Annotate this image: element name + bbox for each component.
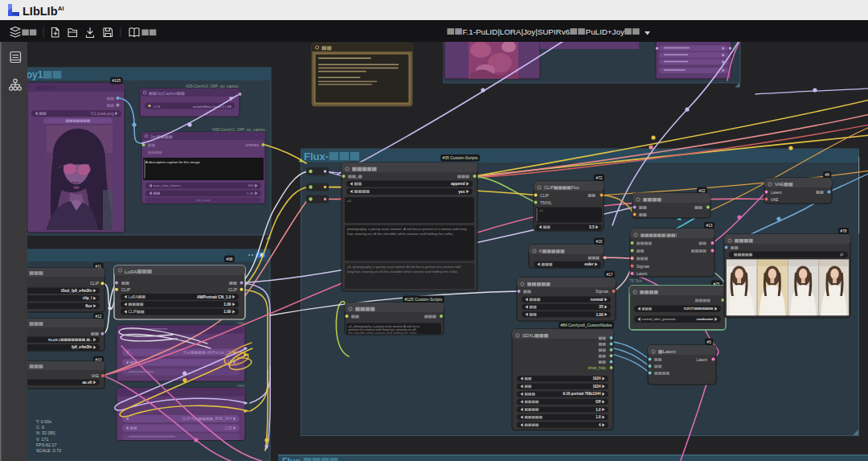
svg-text:show_help: show_help bbox=[588, 366, 607, 370]
svg-text:#17: #17 bbox=[607, 273, 613, 277]
svg-text:300: 300 bbox=[248, 183, 254, 187]
svg-text:VAE: VAE bbox=[91, 373, 99, 378]
svg-text:#84 Comfyroll_CustomNodes: #84 Comfyroll_CustomNodes bbox=[561, 323, 612, 327]
svg-text:SDXL: SDXL bbox=[522, 333, 535, 338]
svg-text:Latent: Latent bbox=[663, 349, 677, 354]
svg-text:Off: Off bbox=[596, 400, 601, 404]
svg-text:C: 0: C: 0 bbox=[36, 425, 44, 430]
svg-text:#16: #16 bbox=[596, 240, 603, 244]
svg-text:75.7k/s: 75.7k/s bbox=[629, 279, 642, 283]
svg-text:1.00: 1.00 bbox=[223, 310, 231, 314]
svg-text:): ) bbox=[675, 233, 677, 237]
svg-text:CLIP: CLIP bbox=[228, 287, 238, 292]
svg-text:VAE: VAE bbox=[775, 182, 784, 187]
svg-text:a1,: a1, bbox=[347, 199, 352, 203]
svg-text:clip_l: clip_l bbox=[83, 296, 92, 300]
svg-text:1.00: 1.00 bbox=[223, 303, 231, 307]
svg-text:#13: #13 bbox=[706, 224, 713, 228]
svg-text:FPS:62.17: FPS:62.17 bbox=[36, 442, 56, 447]
svg-text:VAE: VAE bbox=[771, 198, 779, 202]
svg-text:JoyCaption: JoyCaption bbox=[157, 91, 177, 96]
svg-text:a1, photography, a young asian: a1, photography, a young asian woman A s… bbox=[347, 265, 461, 269]
svg-text:LIbLIb: LIbLIb bbox=[23, 5, 58, 18]
svg-text:F.1-PuLID|LORA|Joy|SUPIRv6: F.1-PuLID|LORA|Joy|SUPIRv6 bbox=[463, 27, 571, 36]
svg-text:Sigmas: Sigmas bbox=[637, 265, 650, 269]
svg-text:SCALE: 0.72: SCALE: 0.72 bbox=[36, 448, 61, 453]
svg-text:append: append bbox=[451, 182, 465, 186]
svg-text:LLM: LLM bbox=[154, 105, 161, 109]
svg-text:max_new_tokens: max_new_tokens bbox=[154, 183, 182, 187]
svg-text:A descriptive caption for this: A descriptive caption for this image bbox=[145, 160, 200, 164]
svg-text:normal: normal bbox=[591, 298, 604, 302]
svg-text:CLIP: CLIP bbox=[540, 194, 549, 198]
svg-text:9:16 portrait 768x1344: 9:16 portrait 768x1344 bbox=[563, 392, 601, 396]
svg-text:the-shoulder white sweater and: the-shoulder white sweater and holding h… bbox=[349, 331, 418, 335]
svg-text:1.0: 1.0 bbox=[596, 415, 601, 419]
svg-text:1.35: 1.35 bbox=[225, 426, 232, 430]
svg-text:T5XXL: T5XXL bbox=[540, 201, 552, 205]
svg-text:PuLID+Joy: PuLID+Joy bbox=[586, 27, 624, 36]
svg-text:3.5: 3.5 bbox=[589, 225, 595, 229]
svg-text:randomize: randomize bbox=[697, 317, 714, 321]
svg-text:K95-ComfyUI_CRP_joy_caption: K95-ComfyUI_CRP_joy_caption bbox=[212, 128, 265, 132]
svg-text:T: 0.00s: T: 0.00s bbox=[36, 419, 51, 424]
svg-text:unsloth/Meta-Llama-3.1-8B: unsloth/Meta-Llama-3.1-8B bbox=[193, 105, 232, 109]
svg-text:Flux-: Flux- bbox=[282, 456, 304, 461]
svg-text:#102: #102 bbox=[236, 384, 244, 388]
svg-text:photography, a young asian wom: photography, a young asian woman. A soft… bbox=[347, 227, 467, 231]
svg-text:Latent: Latent bbox=[697, 358, 708, 362]
svg-text:Flux: Flux bbox=[571, 185, 579, 190]
svg-text:1024: 1024 bbox=[593, 377, 602, 381]
svg-text:(: ( bbox=[665, 233, 667, 237]
svg-text:#72: #72 bbox=[596, 176, 603, 180]
svg-text:AWPortrait CN_1.0: AWPortrait CN_1.0 bbox=[197, 295, 231, 299]
svg-text:1024: 1024 bbox=[593, 385, 602, 389]
svg-text:V: 171: V: 171 bbox=[36, 437, 48, 442]
svg-text:control_after_generate: control_after_generate bbox=[642, 317, 677, 321]
svg-text:Latent: Latent bbox=[637, 272, 648, 276]
svg-text:#105: #105 bbox=[113, 79, 121, 83]
svg-text:euler: euler bbox=[584, 262, 593, 266]
svg-text:#22: #22 bbox=[699, 189, 706, 193]
svg-text:ae.sft: ae.sft bbox=[83, 381, 92, 385]
svg-text:flux: flux bbox=[85, 304, 92, 308]
svg-text:pl: pl bbox=[840, 253, 843, 257]
svg-text:LoRA: LoRA bbox=[125, 269, 137, 274]
svg-text:1.00: 1.00 bbox=[596, 313, 604, 317]
svg-text:#8: #8 bbox=[825, 173, 830, 177]
svg-text:LoRA: LoRA bbox=[129, 295, 139, 299]
svg-text:-AWPortrait_CN: -AWPortrait_CN bbox=[206, 351, 232, 355]
svg-text:AI: AI bbox=[58, 5, 64, 12]
svg-text:1.35: 1.35 bbox=[247, 191, 254, 196]
svg-text:CLIP: CLIP bbox=[129, 310, 137, 314]
svg-text:_: _ bbox=[355, 174, 358, 179]
svg-text:Latent: Latent bbox=[771, 191, 782, 195]
svg-text:#35 Custom-Scripts: #35 Custom-Scripts bbox=[443, 155, 478, 160]
svg-text:a1,: a1, bbox=[539, 208, 543, 212]
svg-text:K95-ComfyUI_CRP_joy_caption: K95-ComfyUI_CRP_joy_caption bbox=[186, 84, 239, 88]
svg-text:fp8_e4m3fn: fp8_e4m3fn bbox=[72, 345, 92, 349]
svg-text:K: K bbox=[539, 249, 542, 253]
svg-text:N: 32 [95]: N: 32 [95] bbox=[36, 430, 55, 435]
svg-text:Flux-: Flux- bbox=[304, 150, 329, 163]
svg-text:F.1.1redu.png: F.1.1redu.png bbox=[91, 112, 114, 116]
svg-text:1.0: 1.0 bbox=[596, 408, 601, 412]
svg-text:t5xxl_fp8_e4m3fn: t5xxl_fp8_e4m3fn bbox=[61, 289, 92, 293]
svg-text:#5: #5 bbox=[707, 340, 712, 344]
svg-text:1121774696924836: 1121774696924836 bbox=[683, 307, 714, 311]
svg-text:_BNB_NF4: _BNB_NF4 bbox=[212, 417, 232, 421]
svg-text:long hair, wearing an off-the-: long hair, wearing an off-the-shoulder w… bbox=[347, 270, 458, 274]
svg-text:hair, wearing an off-the-shoul: hair, wearing an off-the-shoulder white … bbox=[347, 232, 453, 236]
svg-text:..: .. bbox=[90, 338, 92, 342]
svg-text:yes: yes bbox=[458, 190, 465, 194]
svg-text:low_vram: low_vram bbox=[196, 198, 211, 202]
svg-text:CLIP: CLIP bbox=[121, 287, 131, 292]
svg-text:35: 35 bbox=[599, 305, 604, 309]
svg-text:#98: #98 bbox=[227, 257, 233, 261]
svg-text:Flux: Flux bbox=[184, 351, 191, 355]
svg-text:CLIP: CLIP bbox=[544, 185, 554, 190]
svg-text:STRING: STRING bbox=[245, 143, 259, 147]
svg-text:FLUX.1: FLUX.1 bbox=[48, 338, 61, 342]
svg-text:CLIP: CLIP bbox=[90, 281, 100, 286]
svg-text:#125 Custom-Scripts: #125 Custom-Scripts bbox=[405, 297, 443, 302]
